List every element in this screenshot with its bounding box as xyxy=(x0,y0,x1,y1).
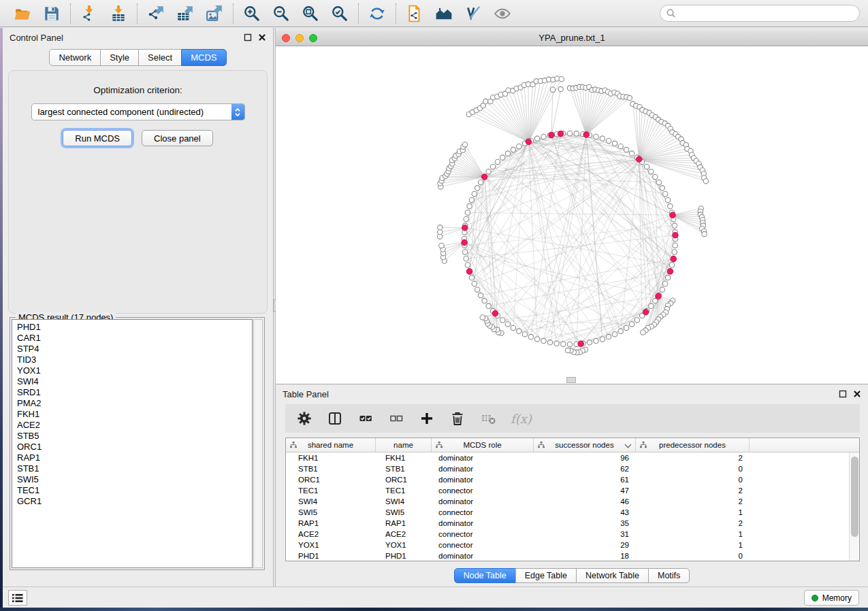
mcds-list-scrollbar[interactable] xyxy=(253,319,263,568)
run-mcds-button[interactable]: Run MCDS xyxy=(63,130,132,146)
search-box[interactable] xyxy=(660,5,860,22)
network-node[interactable] xyxy=(629,322,634,327)
network-node[interactable] xyxy=(506,88,511,93)
network-node[interactable] xyxy=(472,191,477,196)
mcds-hub-node[interactable] xyxy=(466,269,472,275)
add-column-icon[interactable] xyxy=(419,410,435,427)
network-node[interactable] xyxy=(522,332,527,337)
network-node[interactable] xyxy=(475,186,480,191)
network-node[interactable] xyxy=(559,77,564,82)
mcds-result-item[interactable]: GCR1 xyxy=(12,496,252,507)
network-node[interactable] xyxy=(465,263,470,267)
network-node[interactable] xyxy=(600,337,605,342)
column-header-predecessor-nodes[interactable]: predecessor nodes xyxy=(636,438,750,452)
export-table-icon[interactable] xyxy=(176,5,194,22)
mcds-hub-node[interactable] xyxy=(578,341,584,347)
network-node[interactable] xyxy=(561,342,566,346)
table-row[interactable]: TEC1TEC1connector472 xyxy=(286,485,859,496)
network-node[interactable] xyxy=(669,263,674,267)
table-tab-network-table[interactable]: Network Table xyxy=(576,568,649,583)
delete-rows-icon[interactable] xyxy=(449,410,466,427)
network-node[interactable] xyxy=(541,134,546,139)
network-node[interactable] xyxy=(663,281,668,286)
mcds-result-item[interactable]: CAR1 xyxy=(12,333,252,344)
network-node[interactable] xyxy=(541,338,546,343)
network-node[interactable] xyxy=(660,287,664,292)
network-node[interactable] xyxy=(517,329,521,333)
network-node[interactable] xyxy=(478,180,483,184)
table-row[interactable]: RAP1RAP1dominator352 xyxy=(286,518,859,529)
export-network-icon[interactable] xyxy=(147,5,165,22)
network-node[interactable] xyxy=(649,303,654,308)
network-node[interactable] xyxy=(528,334,533,339)
mcds-hub-node[interactable] xyxy=(670,212,676,218)
mcds-result-item[interactable]: TEC1 xyxy=(12,485,252,496)
network-node[interactable] xyxy=(665,275,670,280)
table-row[interactable]: ACE2ACE2connector311 xyxy=(286,529,859,540)
network-node[interactable] xyxy=(462,142,467,147)
network-node[interactable] xyxy=(644,164,649,169)
save-icon[interactable] xyxy=(43,5,61,22)
export-web-icon[interactable] xyxy=(406,5,423,22)
network-node[interactable] xyxy=(511,147,515,152)
network-node[interactable] xyxy=(472,281,477,286)
table-row[interactable]: SWI4SWI4dominator462 xyxy=(286,496,859,507)
network-node[interactable] xyxy=(505,151,510,156)
open-icon[interactable] xyxy=(14,5,31,22)
import-network-icon[interactable] xyxy=(80,5,98,22)
task-history-button[interactable] xyxy=(8,590,27,606)
close-table-panel-icon[interactable] xyxy=(853,390,861,398)
network-graph[interactable] xyxy=(276,46,867,384)
table-row[interactable]: STB1STB1dominator620 xyxy=(286,463,859,474)
mcds-hub-node[interactable] xyxy=(526,139,532,145)
network-node[interactable] xyxy=(517,144,521,149)
network-window-titlebar[interactable]: YPA_prune.txt_1 xyxy=(276,31,868,46)
network-node[interactable] xyxy=(668,203,673,208)
mcds-result-item[interactable]: PMA2 xyxy=(12,398,252,409)
mcds-result-item[interactable]: ACE2 xyxy=(12,420,252,431)
table-scrollbar[interactable] xyxy=(849,452,859,561)
float-table-panel-icon[interactable] xyxy=(839,390,847,398)
network-node[interactable] xyxy=(663,191,668,196)
network-node[interactable] xyxy=(463,250,468,254)
control-tab-mcds[interactable]: MCDS xyxy=(181,49,226,66)
horizontal-splitter-handle[interactable] xyxy=(566,377,576,383)
export-image-icon[interactable] xyxy=(206,5,223,22)
mcds-result-item[interactable]: SWI5 xyxy=(12,474,252,485)
mcds-result-item[interactable]: ORC1 xyxy=(12,442,252,452)
network-node[interactable] xyxy=(612,332,617,337)
table-row[interactable]: PHD1PHD1dominator180 xyxy=(286,550,859,561)
mcds-result-item[interactable]: RAP1 xyxy=(12,452,252,463)
network-node[interactable] xyxy=(703,179,708,184)
network-node[interactable] xyxy=(478,293,483,297)
network-node[interactable] xyxy=(673,243,677,248)
network-node[interactable] xyxy=(500,318,505,323)
control-tab-style[interactable]: Style xyxy=(100,49,139,66)
network-node[interactable] xyxy=(702,231,707,236)
search-input[interactable] xyxy=(676,7,859,20)
mcds-result-item[interactable]: FKH1 xyxy=(12,409,252,420)
network-node[interactable] xyxy=(534,136,539,141)
table-row[interactable]: ORC1ORC1dominator610 xyxy=(286,474,859,485)
control-tab-select[interactable]: Select xyxy=(138,49,182,66)
network-node[interactable] xyxy=(567,342,572,346)
network-node[interactable] xyxy=(547,340,552,345)
close-panel-icon[interactable] xyxy=(258,33,266,42)
mcds-hub-node[interactable] xyxy=(673,232,679,238)
deselect-all-icon[interactable] xyxy=(388,410,404,427)
network-node[interactable] xyxy=(624,325,628,330)
network-node[interactable] xyxy=(653,174,658,179)
mcds-hub-node[interactable] xyxy=(558,131,564,137)
mcds-result-item[interactable]: STB1 xyxy=(12,463,252,474)
network-node[interactable] xyxy=(660,186,664,191)
network-node[interactable] xyxy=(672,223,677,228)
network-node[interactable] xyxy=(465,210,470,215)
network-node[interactable] xyxy=(606,334,611,339)
network-node[interactable] xyxy=(629,151,634,156)
control-tab-network[interactable]: Network xyxy=(49,49,101,66)
zoom-in-icon[interactable] xyxy=(243,5,261,22)
network-node[interactable] xyxy=(482,298,487,303)
network-node[interactable] xyxy=(612,141,617,146)
network-node[interactable] xyxy=(649,169,654,174)
network-node[interactable] xyxy=(464,216,468,221)
